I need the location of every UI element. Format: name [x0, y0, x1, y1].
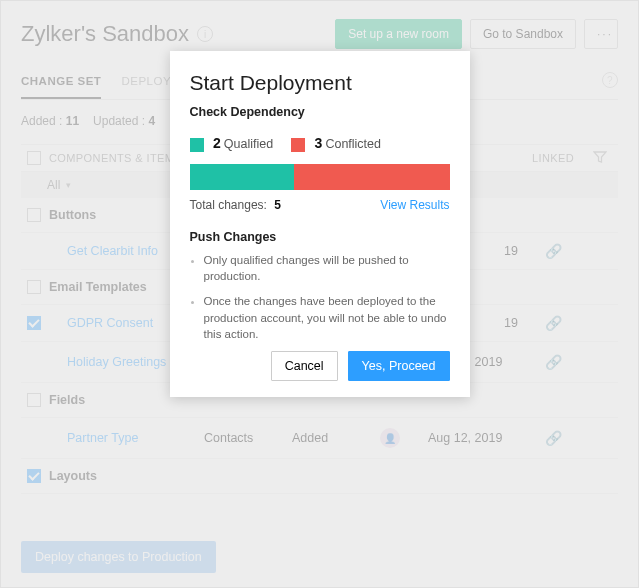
dependency-bar-chart	[190, 164, 450, 190]
bar-meta: Total changes: 5 View Results	[190, 198, 450, 212]
dependency-counts: 2Qualified 3Conflicted	[190, 135, 450, 152]
push-changes-notes: Only qualified changes will be pushed to…	[190, 252, 450, 343]
proceed-button[interactable]: Yes, Proceed	[348, 351, 450, 381]
conflicted-bar-segment	[294, 164, 450, 190]
conflicted-group: 3Conflicted	[291, 135, 381, 152]
start-deployment-modal: Start Deployment Check Dependency 2Quali…	[170, 51, 470, 397]
qualified-group: 2Qualified	[190, 135, 274, 152]
cancel-button[interactable]: Cancel	[271, 351, 338, 381]
qualified-bar-segment	[190, 164, 294, 190]
push-changes-title: Push Changes	[190, 230, 450, 244]
note-item: Once the changes have been deployed to t…	[204, 293, 450, 343]
modal-actions: Cancel Yes, Proceed	[190, 351, 450, 381]
conflicted-legend-icon	[291, 138, 305, 152]
note-item: Only qualified changes will be pushed to…	[204, 252, 450, 285]
view-results-link[interactable]: View Results	[380, 198, 449, 212]
qualified-legend-icon	[190, 138, 204, 152]
check-dependency-label: Check Dependency	[190, 105, 450, 119]
modal-title: Start Deployment	[190, 71, 450, 95]
